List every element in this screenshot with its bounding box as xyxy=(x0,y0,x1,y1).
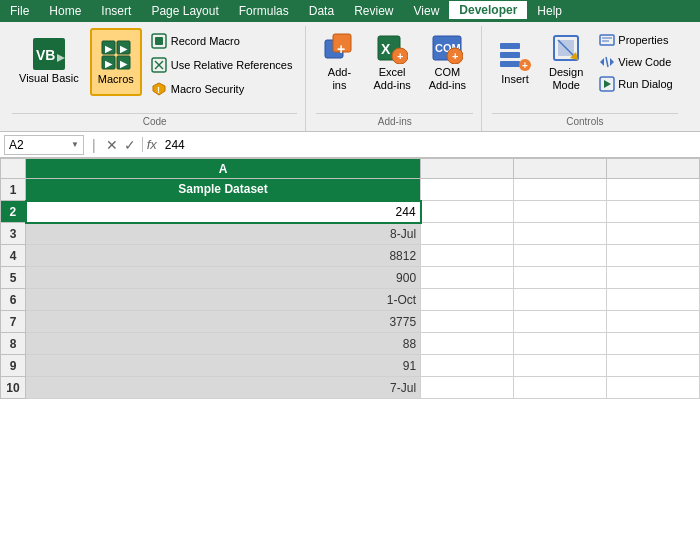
cell-a2[interactable]: 244 xyxy=(26,201,421,223)
com-add-ins-label: COMAdd-ins xyxy=(429,66,466,92)
design-mode-button[interactable]: DesignMode xyxy=(542,28,590,96)
row-number[interactable]: 5 xyxy=(1,267,26,289)
cell-reference-box[interactable]: A2 ▼ xyxy=(4,135,84,155)
menu-insert[interactable]: Insert xyxy=(91,2,141,20)
cell-b10[interactable] xyxy=(421,377,514,399)
cell-b5[interactable] xyxy=(421,267,514,289)
row-number[interactable]: 6 xyxy=(1,289,26,311)
menu-developer[interactable]: Developer xyxy=(449,1,527,21)
cell-d9[interactable] xyxy=(607,355,700,377)
cancel-icon[interactable]: ✕ xyxy=(104,137,120,153)
cell-b8[interactable] xyxy=(421,333,514,355)
confirm-icon[interactable]: ✓ xyxy=(122,137,138,153)
cell-d8[interactable] xyxy=(607,333,700,355)
cell-a7[interactable]: 3775 xyxy=(26,311,421,333)
row-number[interactable]: 4 xyxy=(1,245,26,267)
row-number[interactable]: 9 xyxy=(1,355,26,377)
cell-a3[interactable]: 8-Jul xyxy=(26,223,421,245)
cell-c7[interactable] xyxy=(514,311,607,333)
run-dialog-button[interactable]: Run Dialog xyxy=(594,74,677,94)
cell-c3[interactable] xyxy=(514,223,607,245)
cell-a4[interactable]: 8812 xyxy=(26,245,421,267)
row-number[interactable]: 3 xyxy=(1,223,26,245)
menu-file[interactable]: File xyxy=(0,2,39,20)
cell-c9[interactable] xyxy=(514,355,607,377)
formula-bar: A2 ▼ | ✕ ✓ fx 244 xyxy=(0,132,700,158)
cell-a9[interactable]: 91 xyxy=(26,355,421,377)
cell-b7[interactable] xyxy=(421,311,514,333)
dropdown-arrow[interactable]: ▼ xyxy=(71,140,79,149)
cell-c1[interactable] xyxy=(514,179,607,201)
cell-c2[interactable] xyxy=(514,201,607,223)
menu-page-layout[interactable]: Page Layout xyxy=(141,2,228,20)
svg-rect-30 xyxy=(500,52,520,58)
macro-security-button[interactable]: ! Macro Security xyxy=(146,78,298,100)
svg-rect-38 xyxy=(600,35,614,45)
properties-button[interactable]: Properties xyxy=(594,30,677,50)
cell-d5[interactable] xyxy=(607,267,700,289)
cell-d7[interactable] xyxy=(607,311,700,333)
ribbon-group-addins: + Add-ins X + ExcelAdd xyxy=(308,26,482,131)
menu-review[interactable]: Review xyxy=(344,2,403,20)
cell-b1[interactable] xyxy=(421,179,514,201)
add-ins-button[interactable]: + Add-ins xyxy=(316,28,362,96)
menu-formulas[interactable]: Formulas xyxy=(229,2,299,20)
excel-add-ins-button[interactable]: X + ExcelAdd-ins xyxy=(366,28,417,96)
cell-b4[interactable] xyxy=(421,245,514,267)
cell-c8[interactable] xyxy=(514,333,607,355)
ribbon: VB Visual Basic ▶ xyxy=(0,22,700,132)
macros-button[interactable]: ▶ ▶ ▶ ▶ Macros xyxy=(90,28,142,96)
cell-b2[interactable] xyxy=(421,201,514,223)
cell-c4[interactable] xyxy=(514,245,607,267)
cell-d2[interactable] xyxy=(607,201,700,223)
design-mode-icon xyxy=(550,32,582,64)
cell-b9[interactable] xyxy=(421,355,514,377)
run-dialog-icon xyxy=(599,76,615,92)
row-number[interactable]: 10 xyxy=(1,377,26,399)
row-number[interactable]: 2 xyxy=(1,201,26,223)
col-header-b[interactable] xyxy=(421,159,514,179)
record-macro-button[interactable]: Record Macro xyxy=(146,30,298,52)
cell-d1[interactable] xyxy=(607,179,700,201)
insert-button[interactable]: + Insert xyxy=(492,28,538,96)
cell-c10[interactable] xyxy=(514,377,607,399)
cell-a6[interactable]: 1-Oct xyxy=(26,289,421,311)
relative-ref-svg xyxy=(151,57,167,73)
record-macro-label: Record Macro xyxy=(171,35,240,47)
cell-a5[interactable]: 900 xyxy=(26,267,421,289)
com-add-ins-button[interactable]: COM + COMAdd-ins xyxy=(422,28,473,96)
cell-a10[interactable]: 7-Jul xyxy=(26,377,421,399)
use-relative-references-button[interactable]: Use Relative References xyxy=(146,54,298,76)
menu-help[interactable]: Help xyxy=(527,2,572,20)
cell-b3[interactable] xyxy=(421,223,514,245)
menu-home[interactable]: Home xyxy=(39,2,91,20)
add-ins-icon: + xyxy=(323,32,355,64)
visual-basic-icon: VB xyxy=(33,38,65,70)
cell-d4[interactable] xyxy=(607,245,700,267)
row-number[interactable]: 7 xyxy=(1,311,26,333)
cell-d6[interactable] xyxy=(607,289,700,311)
svg-rect-29 xyxy=(500,43,520,49)
cell-b6[interactable] xyxy=(421,289,514,311)
row-number[interactable]: 1 xyxy=(1,179,26,201)
menu-bar: File Home Insert Page Layout Formulas Da… xyxy=(0,0,700,22)
cell-c5[interactable] xyxy=(514,267,607,289)
menu-view[interactable]: View xyxy=(404,2,450,20)
cell-a8[interactable]: 88 xyxy=(26,333,421,355)
visual-basic-button[interactable]: VB Visual Basic xyxy=(12,28,86,96)
macros-label: Macros xyxy=(98,73,134,85)
col-header-d[interactable] xyxy=(607,159,700,179)
cell-c6[interactable] xyxy=(514,289,607,311)
col-header-a[interactable]: A xyxy=(26,159,421,179)
controls-small-buttons: Properties View Code xyxy=(594,28,677,94)
view-code-icon xyxy=(599,54,615,70)
cell-d10[interactable] xyxy=(607,377,700,399)
row-number[interactable]: 8 xyxy=(1,333,26,355)
cell-d3[interactable] xyxy=(607,223,700,245)
macro-security-icon: ! xyxy=(151,81,167,97)
cell-a1[interactable]: Sample Dataset xyxy=(26,179,421,201)
properties-icon xyxy=(599,32,615,48)
view-code-button[interactable]: View Code xyxy=(594,52,677,72)
menu-data[interactable]: Data xyxy=(299,2,344,20)
col-header-c[interactable] xyxy=(514,159,607,179)
